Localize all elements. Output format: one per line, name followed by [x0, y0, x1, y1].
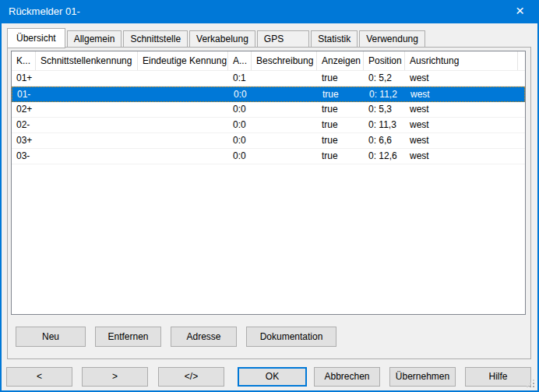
table-header-row: K... Schnittstellenkennung Eindeutige Ke…	[12, 51, 525, 71]
next-button[interactable]: >	[82, 367, 148, 387]
table-cell: 0: 11,3	[364, 118, 405, 132]
table-cell: 0:1	[228, 71, 252, 86]
table-cell: 02+	[12, 102, 36, 117]
table-cell	[36, 71, 138, 86]
tab-schnittstelle[interactable]: Schnittstelle	[123, 30, 188, 48]
table-row[interactable]: 02+ 0:0 true 0: 5,3 west	[12, 102, 525, 118]
table-cell: 0:0	[228, 133, 252, 148]
table-cell: west	[405, 149, 518, 164]
table-cell	[252, 133, 317, 148]
tab-statistik[interactable]: Statistik	[311, 30, 358, 48]
table-cell	[138, 149, 228, 164]
table-cell: true	[317, 71, 364, 86]
table-row[interactable]: 01+ 0:1 true 0: 5,2 west	[12, 71, 525, 87]
table-cell: 0: 5,2	[364, 71, 405, 86]
table-cell: 0: 12,6	[364, 149, 405, 164]
column-header-kennung[interactable]: K...	[12, 51, 36, 70]
tab-bar: Übersicht Allgemein Schnittstelle Verkab…	[7, 26, 427, 48]
uebernehmen-button[interactable]: Übernehmen	[389, 367, 456, 387]
table-cell	[138, 118, 228, 132]
table-cell: 0: 11,2	[365, 87, 406, 101]
tab-gps[interactable]: GPS	[257, 30, 309, 48]
table-cell: true	[317, 133, 364, 148]
abbrechen-button[interactable]: Abbrechen	[314, 367, 380, 387]
table-cell: west	[406, 87, 519, 101]
dokumentation-button[interactable]: Dokumentation	[246, 327, 336, 347]
feedback-table: K... Schnittstellenkennung Eindeutige Ke…	[11, 51, 526, 315]
table-row[interactable]: 03+ 0:0 true 0: 6,6 west	[12, 133, 525, 149]
table-cell	[252, 102, 317, 117]
table-cell: true	[317, 118, 364, 132]
tab-allgemein[interactable]: Allgemein	[67, 30, 122, 48]
table-cell	[252, 71, 317, 86]
table-cell: west	[405, 71, 518, 86]
table-cell: 01-	[12, 87, 37, 101]
table-cell: west	[405, 102, 518, 117]
table-cell: true	[317, 149, 364, 164]
hilfe-button[interactable]: Hilfe	[465, 367, 531, 387]
tab-verkabelung[interactable]: Verkabelung	[189, 30, 255, 48]
column-header-schnittstellenkennung[interactable]: Schnittstellenkennung	[36, 51, 138, 70]
table-cell	[252, 149, 317, 164]
table-cell	[138, 71, 228, 86]
table-row-selected[interactable]: 01- 0:0 true 0: 11,2 west	[12, 87, 525, 102]
column-header-ausrichtung[interactable]: Ausrichtung	[405, 51, 518, 70]
column-header-beschreibung[interactable]: Beschreibung	[252, 51, 317, 70]
column-header-filler	[518, 51, 525, 70]
table-cell: 03+	[12, 133, 36, 148]
table-cell: 02-	[12, 118, 36, 132]
table-cell: 0: 5,3	[364, 102, 405, 117]
column-header-anzeigen[interactable]: Anzeigen	[317, 51, 364, 70]
table-cell: 01+	[12, 71, 36, 86]
column-header-position[interactable]: Position	[364, 51, 405, 70]
table-cell	[138, 133, 228, 148]
resize-grip[interactable]	[533, 386, 534, 387]
table-cell: 0:0	[228, 149, 252, 164]
dialog-window: Rückmelder 01- × Übersicht Allgemein Sch…	[0, 0, 539, 392]
table-cell: 03-	[12, 149, 36, 164]
entfernen-button[interactable]: Entfernen	[95, 327, 161, 347]
dialog-body: Übersicht Allgemein Schnittstelle Verkab…	[2, 23, 537, 390]
tab-uebersicht[interactable]: Übersicht	[7, 28, 65, 48]
table-cell: 0:0	[228, 118, 252, 132]
table-cell	[252, 87, 318, 101]
table-cell: west	[405, 118, 518, 132]
table-cell	[36, 133, 138, 148]
ok-button[interactable]: OK	[238, 367, 307, 387]
table-cell	[36, 149, 138, 164]
table-cell	[252, 118, 317, 132]
tab-page-uebersicht: K... Schnittstellenkennung Eindeutige Ke…	[7, 47, 531, 359]
table-cell: true	[317, 102, 364, 117]
table-cell: 0:0	[229, 87, 252, 101]
table-cell	[138, 102, 228, 117]
table-cell	[36, 118, 138, 132]
table-cell	[37, 87, 139, 101]
previous-button[interactable]: <	[6, 367, 72, 387]
column-header-eindeutige-kennung[interactable]: Eindeutige Kennung	[138, 51, 228, 70]
adresse-button[interactable]: Adresse	[171, 327, 237, 347]
table-row[interactable]: 03- 0:0 true 0: 12,6 west	[12, 149, 525, 164]
column-header-adresse[interactable]: A...	[228, 51, 252, 70]
table-cell: 0:0	[228, 102, 252, 117]
table-cell	[36, 102, 138, 117]
window-title: Rückmelder 01-	[0, 0, 539, 23]
neu-button[interactable]: Neu	[16, 327, 86, 347]
title-bar[interactable]: Rückmelder 01- ×	[0, 0, 539, 23]
table-cell: 0: 6,6	[364, 133, 405, 148]
code-view-button[interactable]: </>	[158, 367, 224, 387]
close-icon[interactable]: ×	[502, 0, 537, 23]
tab-verwendung[interactable]: Verwendung	[359, 30, 425, 48]
table-row[interactable]: 02- 0:0 true 0: 11,3 west	[12, 118, 525, 133]
table-cell	[139, 87, 229, 101]
table-cell: west	[405, 133, 518, 148]
table-cell: true	[318, 87, 365, 101]
